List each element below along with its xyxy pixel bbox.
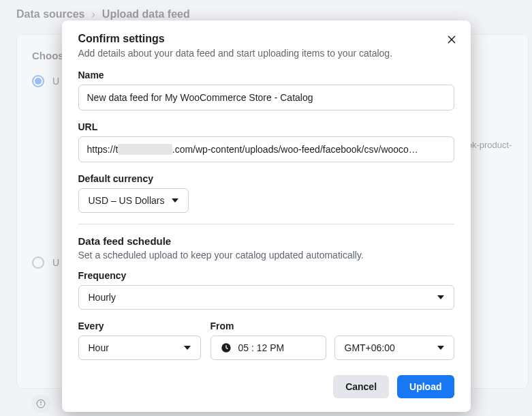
- from-time-value: 05 : 12 PM: [238, 342, 285, 353]
- frequency-field: Frequency Hourly: [78, 270, 454, 310]
- currency-field: Default currency USD – US Dollars: [78, 173, 454, 213]
- frequency-label: Frequency: [78, 270, 454, 281]
- name-input[interactable]: [78, 85, 454, 110]
- timezone-value: GMT+06:00: [345, 342, 395, 353]
- name-field: Name: [78, 70, 454, 110]
- frequency-value: Hourly: [89, 292, 116, 303]
- chevron-down-icon: [437, 295, 444, 299]
- clock-icon: [221, 342, 232, 353]
- url-input[interactable]: https://t████████.com/wp-content/uploads…: [78, 136, 454, 162]
- currency-value: USD – US Dollars: [89, 195, 165, 206]
- modal-subtitle: Add details about your data feed and sta…: [78, 48, 454, 59]
- modal-overlay: Confirm settings Add details about your …: [0, 0, 532, 416]
- schedule-subtitle: Set a scheduled upload to keep your cata…: [78, 250, 454, 261]
- chevron-down-icon: [172, 198, 178, 203]
- modal-actions: Cancel Upload: [78, 375, 454, 398]
- close-button[interactable]: [442, 30, 461, 49]
- upload-button[interactable]: Upload: [397, 375, 454, 398]
- every-select[interactable]: Hour: [78, 336, 201, 360]
- url-redacted: ████████: [118, 144, 172, 155]
- frequency-select[interactable]: Hourly: [78, 285, 454, 310]
- confirm-settings-modal: Confirm settings Add details about your …: [62, 20, 471, 412]
- chevron-down-icon: [437, 346, 444, 350]
- name-label: Name: [78, 70, 454, 80]
- url-suffix: .com/wp-content/uploads/woo-feed/faceboo…: [172, 144, 418, 155]
- timezone-select[interactable]: GMT+06:00: [334, 336, 454, 360]
- every-value: Hour: [89, 342, 109, 353]
- chevron-down-icon: [184, 346, 191, 350]
- cancel-button[interactable]: Cancel: [333, 375, 389, 398]
- url-prefix: https://t: [87, 144, 119, 155]
- close-icon: [446, 34, 457, 45]
- from-label: From: [210, 321, 454, 331]
- currency-select[interactable]: USD – US Dollars: [78, 188, 189, 213]
- url-label: URL: [78, 121, 454, 132]
- currency-label: Default currency: [78, 173, 454, 184]
- schedule-row: Every Hour From 05 : 12 PM: [78, 321, 454, 360]
- divider: [78, 224, 454, 224]
- from-time-input[interactable]: 05 : 12 PM: [210, 336, 326, 360]
- every-label: Every: [78, 321, 201, 331]
- schedule-title: Data feed schedule: [78, 235, 454, 247]
- modal-title: Confirm settings: [78, 33, 454, 45]
- url-field: URL https://t████████.com/wp-content/upl…: [78, 121, 454, 162]
